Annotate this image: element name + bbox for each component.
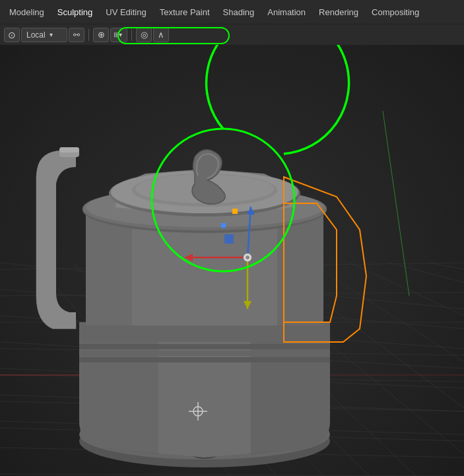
separator-1 <box>88 29 89 41</box>
menu-item-animation[interactable]: Animation <box>261 5 312 20</box>
proportional-circle-button[interactable]: ◎ <box>136 28 152 42</box>
snap-options-icon: ⊞▾ <box>114 31 122 38</box>
viewport-svg <box>0 45 464 476</box>
menu-item-shading[interactable]: Shading <box>216 5 261 20</box>
proportional-falloff-group: ◎ ∧ <box>136 28 169 42</box>
proportional-editing-group: ⊙ Local ▾ ⚯ <box>4 28 84 42</box>
falloff-curve-button[interactable]: ∧ <box>153 28 169 42</box>
snap-group: ⊕ ⊞▾ <box>93 28 127 42</box>
menu-bar: Modeling Sculpting UV Editing Texture Pa… <box>0 0 464 24</box>
circle-dot-icon: ◎ <box>141 30 148 40</box>
proportional-editing-toggle[interactable]: ⊙ <box>4 28 20 42</box>
toolbar-highlight-circle <box>117 27 230 44</box>
svg-rect-32 <box>59 147 79 153</box>
toolbar: ⊙ Local ▾ ⚯ ⊕ ⊞▾ ◎ ∧ <box>0 24 464 45</box>
vertex-handle-orange <box>232 209 238 214</box>
viewport[interactable] <box>0 45 464 476</box>
snap-magnet-icon: ⊕ <box>98 30 105 40</box>
link-icon: ⚯ <box>73 30 80 40</box>
svg-rect-43 <box>79 351 330 356</box>
svg-point-63 <box>246 255 249 259</box>
menu-item-rendering[interactable]: Rendering <box>312 5 365 20</box>
menu-item-compositing[interactable]: Compositing <box>365 5 426 20</box>
menu-item-uv-editing[interactable]: UV Editing <box>99 5 152 20</box>
separator-2 <box>131 29 132 41</box>
svg-rect-42 <box>79 344 330 349</box>
proportional-local-dropdown[interactable]: Local ▾ <box>21 28 67 42</box>
proportional-on-icon: ⊙ <box>8 30 16 40</box>
svg-rect-64 <box>224 234 234 244</box>
dropdown-arrow-icon: ▾ <box>50 31 53 38</box>
falloff-wave-icon: ∧ <box>158 30 164 40</box>
menu-item-sculpting[interactable]: Sculpting <box>51 5 99 20</box>
menu-item-modeling[interactable]: Modeling <box>3 5 51 20</box>
menu-item-texture-paint[interactable]: Texture Paint <box>153 5 216 20</box>
vertex-handle-blue <box>221 223 226 228</box>
snap-options-dropdown[interactable]: ⊞▾ <box>110 28 127 42</box>
link-proportional-button[interactable]: ⚯ <box>69 28 84 42</box>
svg-rect-44 <box>79 357 330 362</box>
snap-toggle[interactable]: ⊕ <box>93 28 109 42</box>
local-label: Local <box>26 30 46 40</box>
